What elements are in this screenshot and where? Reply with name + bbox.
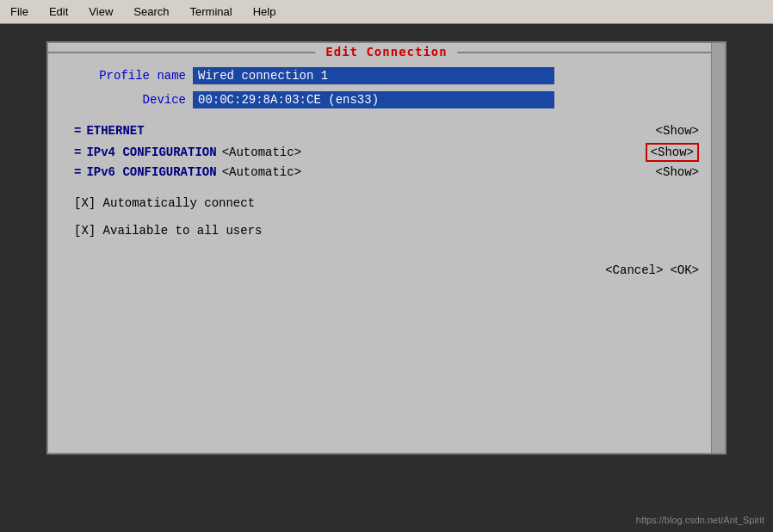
ipv6-show-btn[interactable]: <Show> — [656, 165, 699, 179]
menu-file[interactable]: File — [7, 3, 32, 20]
ipv4-section-row: = IPv4 CONFIGURATION <Automatic> <Show> — [74, 143, 699, 162]
ethernet-section-row: = ETHERNET <Show> — [74, 124, 699, 138]
menu-view[interactable]: View — [85, 3, 116, 20]
ipv6-eq: = — [74, 165, 81, 179]
scrollbar[interactable] — [711, 43, 725, 453]
device-value: 00:0C:29:8A:03:CE (ens33) — [193, 91, 554, 108]
main-window: File Edit View Search Terminal Help Edit… — [0, 0, 773, 532]
auto-connect-checkbox[interactable]: [X] Automatically connect — [74, 196, 699, 210]
ipv6-section-left: = IPv6 CONFIGURATION <Automatic> — [74, 165, 301, 179]
ipv4-eq: = — [74, 145, 81, 159]
ethernet-name: ETHERNET — [86, 124, 144, 138]
menubar: File Edit View Search Terminal Help — [0, 0, 773, 24]
ipv4-name: IPv4 CONFIGURATION — [86, 145, 216, 159]
dialog-title: Edit Connection — [315, 45, 457, 59]
watermark: https://blog.csdn.net/Ant_Spirit — [636, 515, 764, 525]
ipv6-name: IPv6 CONFIGURATION — [86, 165, 216, 179]
profile-name-input[interactable]: Wired connection 1 — [193, 67, 554, 84]
available-users-checkbox[interactable]: [X] Available to all users — [74, 224, 699, 238]
ethernet-show-btn[interactable]: <Show> — [656, 124, 699, 138]
ok-button[interactable]: <OK> — [670, 263, 699, 277]
menu-terminal[interactable]: Terminal — [187, 3, 236, 20]
menu-edit[interactable]: Edit — [46, 3, 71, 20]
ipv4-section-left: = IPv4 CONFIGURATION <Automatic> — [74, 145, 301, 159]
action-row: <Cancel> <OK> — [74, 263, 699, 277]
menu-help[interactable]: Help — [250, 3, 280, 20]
terminal-area: Edit Connection Profile name Wired conne… — [0, 24, 773, 532]
ipv4-show-btn[interactable]: <Show> — [646, 143, 699, 162]
edit-connection-dialog: Edit Connection Profile name Wired conne… — [46, 41, 727, 455]
profile-name-row: Profile name Wired connection 1 — [74, 67, 699, 84]
profile-name-label: Profile name — [74, 69, 186, 83]
menu-search[interactable]: Search — [130, 3, 172, 20]
cancel-button[interactable]: <Cancel> — [605, 263, 663, 277]
device-label: Device — [74, 93, 186, 107]
ipv6-value: <Automatic> — [222, 165, 301, 179]
ethernet-section-left: = ETHERNET — [74, 124, 145, 138]
ethernet-eq: = — [74, 124, 81, 138]
ipv6-section-row: = IPv6 CONFIGURATION <Automatic> <Show> — [74, 165, 699, 179]
device-row: Device 00:0C:29:8A:03:CE (ens33) — [74, 91, 699, 108]
ipv4-value: <Automatic> — [222, 145, 301, 159]
dialog-content: Profile name Wired connection 1 Device 0… — [48, 43, 725, 294]
